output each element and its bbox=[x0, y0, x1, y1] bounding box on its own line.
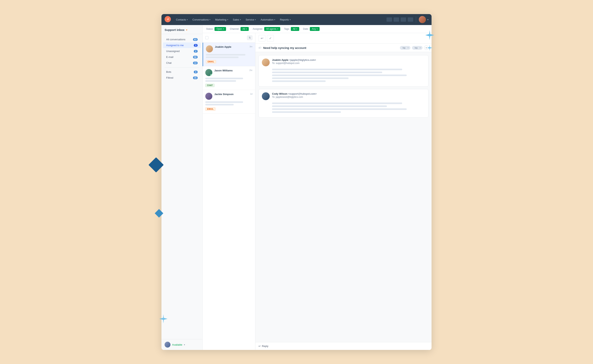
filter-status-value[interactable]: Open ▾ bbox=[215, 27, 226, 31]
conv-jason-preview bbox=[205, 78, 252, 82]
msg-cody-avatar bbox=[262, 92, 270, 100]
sparkle-mid-right-icon bbox=[426, 44, 433, 52]
msg-line bbox=[272, 75, 407, 76]
conversation-list: ⇅ Joakim Apple 3m bbox=[203, 33, 255, 350]
filter-channel-value[interactable]: All ▾ bbox=[241, 27, 249, 31]
select-all-checkbox[interactable] bbox=[205, 36, 208, 39]
msg-cody-body bbox=[272, 103, 425, 113]
reply-button[interactable]: ↩ Reply bbox=[258, 345, 268, 348]
nav-contacts[interactable]: Contacts ▾ bbox=[174, 17, 190, 22]
conv-item-jason[interactable]: Jason Williams 2hr CHAT bbox=[203, 66, 255, 90]
app-frame: Contacts ▾ Conversations ▾ Marketing ▾ S… bbox=[161, 14, 432, 350]
filter-status-chevron-icon: ▾ bbox=[223, 28, 224, 30]
conv-item-jackie[interactable]: Jackie Simpson 1d EMAIL bbox=[203, 90, 255, 114]
message-list: Joakim Apple <japple@biglytics.com> To: … bbox=[255, 52, 432, 342]
sidebar-chat-count: 13 bbox=[193, 62, 198, 64]
sidebar-item-filtred[interactable]: Filtred 15 bbox=[163, 75, 201, 81]
msg-joakim-body bbox=[272, 69, 425, 82]
check-button[interactable]: ✓ bbox=[267, 35, 274, 41]
filter-assignee-chevron-icon: ▾ bbox=[277, 28, 278, 30]
top-nav: Contacts ▾ Conversations ▾ Marketing ▾ S… bbox=[161, 14, 432, 25]
sidebar-item-bots[interactable]: Bots 4 bbox=[163, 69, 201, 75]
sidebar-email-count: 50 bbox=[193, 56, 198, 58]
nav-tool-4[interactable] bbox=[408, 17, 413, 22]
msg-line bbox=[272, 111, 341, 113]
filter-tags-label: Tags: bbox=[284, 28, 290, 30]
msg-cody-email: <support@hubspot.com> bbox=[288, 92, 317, 95]
hubspot-logo[interactable] bbox=[165, 16, 171, 23]
conv-list-filters: ⇅ bbox=[203, 33, 255, 43]
subject-tag-1-close[interactable]: ✕ bbox=[407, 47, 409, 49]
sidebar-unassigned-label: Unassigned bbox=[166, 50, 194, 53]
detail-toolbar: ↩ ✓ bbox=[255, 33, 432, 44]
subject-tag-1: tag ✕ bbox=[400, 46, 410, 50]
sidebar-nav: All conversations 63 Assigned to me 3 Un… bbox=[161, 34, 202, 339]
nav-automation[interactable]: Automation ▾ bbox=[258, 17, 277, 22]
conv-line bbox=[206, 54, 245, 56]
subject-tag-2: tag ✕ bbox=[412, 46, 422, 50]
message-card-cody: Cody Wilson <support@hubspot.com> To: ja… bbox=[258, 89, 428, 117]
filter-bar: Status: Open ▾ Channel: All ▾ bbox=[203, 25, 432, 33]
sidebar-title: Support inbox bbox=[165, 28, 184, 32]
sidebar-header: Support inbox ▾ bbox=[161, 25, 202, 34]
subject-tag-2-close[interactable]: ✕ bbox=[419, 47, 421, 49]
sidebar-dropdown-icon[interactable]: ▾ bbox=[186, 29, 187, 31]
sidebar-item-chat[interactable]: Chat 13 bbox=[163, 60, 201, 66]
conv-jason-name: Jason Williams bbox=[214, 69, 247, 72]
svg-rect-0 bbox=[149, 157, 163, 172]
sidebar-item-unassigned[interactable]: Unassigned 2 bbox=[163, 48, 201, 54]
nav-tool-2[interactable] bbox=[394, 17, 399, 22]
sidebar-bots-label: Bots bbox=[166, 70, 194, 73]
filter-tags-group: Tags: All ▾ bbox=[284, 27, 299, 31]
msg-line bbox=[272, 108, 407, 110]
filter-tags-value[interactable]: All ▾ bbox=[291, 27, 299, 31]
sidebar-item-assigned[interactable]: Assigned to me 3 bbox=[163, 42, 201, 48]
sidebar-assigned-label: Assigned to me bbox=[166, 44, 194, 47]
nav-sales[interactable]: Sales ▾ bbox=[231, 17, 243, 22]
sidebar-all-label: All conversations bbox=[166, 38, 193, 41]
conv-jackie-tag: EMAIL bbox=[205, 107, 216, 111]
filter-assignee-value[interactable]: All agents ▾ bbox=[264, 27, 280, 31]
footer-chevron-icon[interactable]: ▾ bbox=[184, 344, 185, 346]
conv-jason-tag: CHAT bbox=[205, 84, 215, 87]
conv-jackie-avatar bbox=[205, 93, 212, 100]
sidebar-item-all[interactable]: All conversations 63 bbox=[163, 37, 201, 42]
filter-status-group: Status: Open ▾ bbox=[206, 27, 226, 31]
sidebar-footer: Available ▾ bbox=[161, 339, 202, 350]
nav-tool-3[interactable] bbox=[401, 17, 406, 22]
nav-reports[interactable]: Reports ▾ bbox=[278, 17, 293, 22]
user-avatar[interactable] bbox=[419, 16, 426, 23]
msg-line bbox=[272, 69, 402, 70]
msg-joakim-header: Joakim Apple <japple@biglytics.com> To: … bbox=[262, 58, 425, 66]
sidebar-divider bbox=[165, 67, 199, 67]
sidebar-item-email[interactable]: E-mail 50 bbox=[163, 54, 201, 60]
user-menu-chevron-icon[interactable]: ▾ bbox=[428, 19, 428, 21]
nav-conversations[interactable]: Conversations ▾ bbox=[191, 17, 212, 22]
nav-tool-1[interactable] bbox=[387, 17, 392, 22]
sidebar-unassigned-count: 2 bbox=[194, 50, 198, 53]
marketing-chevron-icon: ▾ bbox=[227, 19, 228, 21]
subject-bar: 🏷 Need help syncing my account tag ✕ tag… bbox=[255, 44, 432, 52]
sidebar-email-label: E-mail bbox=[166, 56, 193, 58]
conv-joakim-tag: EMAIL bbox=[206, 60, 216, 63]
sidebar-assigned-count: 3 bbox=[194, 44, 198, 47]
filter-date-value[interactable]: Any ▾ bbox=[310, 27, 320, 31]
nav-service[interactable]: Service ▾ bbox=[244, 17, 258, 22]
conv-jason-avatar bbox=[205, 69, 212, 76]
conv-subject: Need help syncing my account bbox=[263, 46, 398, 50]
detail-panel: ↩ ✓ 🏷 Need help syncing my account tag ✕ bbox=[255, 33, 432, 350]
svg-rect-1 bbox=[155, 209, 163, 217]
nav-marketing[interactable]: Marketing ▾ bbox=[213, 17, 230, 22]
msg-joakim-meta: Joakim Apple <japple@biglytics.com> To: … bbox=[272, 58, 316, 65]
sidebar: Support inbox ▾ All conversations 63 Ass… bbox=[161, 25, 203, 350]
msg-cody-meta: Cody Wilson <support@hubspot.com> To: ja… bbox=[272, 92, 317, 98]
conv-item-joakim[interactable]: Joakim Apple 3m EMAIL bbox=[203, 43, 255, 66]
filter-status-label: Status: bbox=[206, 28, 213, 30]
sales-chevron-icon: ▾ bbox=[240, 19, 241, 21]
reply-icon-button[interactable]: ↩ bbox=[258, 35, 265, 41]
sort-button[interactable]: ⇅ bbox=[247, 35, 252, 40]
msg-joakim-to: To: support@hubspot.com bbox=[272, 62, 316, 65]
conv-joakim-name: Joakim Apple bbox=[215, 45, 248, 48]
conv-joakim-avatar bbox=[206, 45, 213, 52]
msg-line bbox=[272, 80, 326, 82]
